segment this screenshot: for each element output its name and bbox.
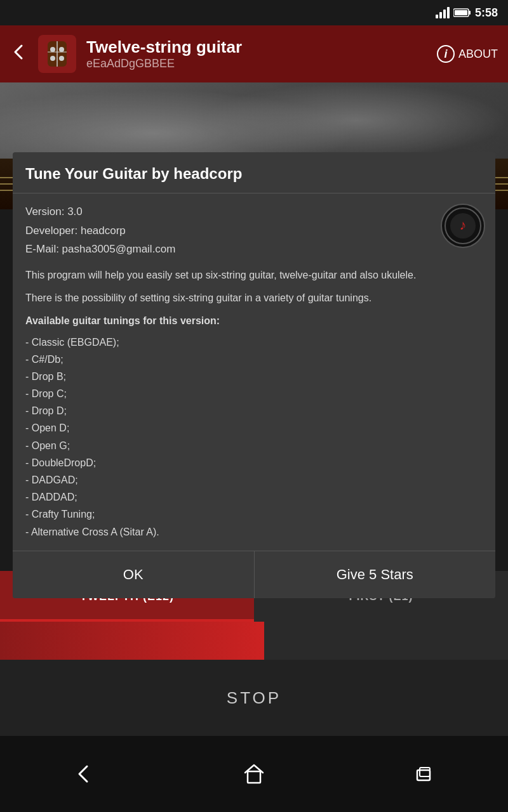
svg-point-4: [50, 47, 55, 52]
dialog-title: Tune Your Guitar by headcorp: [13, 152, 495, 193]
ok-button[interactable]: OK: [13, 551, 255, 598]
tuning-item: - DoubleDropD;: [25, 454, 483, 471]
developer-logo: ♪: [441, 204, 485, 248]
status-icons: 5:58: [436, 6, 498, 20]
description-1: This program will help you easily set up…: [25, 268, 483, 283]
back-button[interactable]: [10, 43, 28, 65]
tuning-item: - DADGAD;: [25, 471, 483, 488]
email-text: E-Mail: pasha3005@gmail.com: [25, 241, 432, 258]
svg-rect-15: [420, 768, 430, 776]
tuning-item: - Crafty Tuning;: [25, 506, 483, 523]
dialog-body: ♪ Version: 3.0 Developer: headcorp E-Mai…: [13, 193, 495, 551]
developer-text: Developer: headcorp: [25, 223, 432, 239]
tuning-item: - Alternative Cross A (Sitar A).: [25, 523, 483, 540]
svg-rect-2: [455, 10, 467, 15]
tuning-item: - Open D;: [25, 419, 483, 436]
tuning-item: - Drop B;: [25, 368, 483, 385]
tuning-item: - Open G;: [25, 437, 483, 454]
nav-recents-button[interactable]: [412, 763, 435, 785]
tuning-item: - Drop C;: [25, 385, 483, 402]
status-time: 5:58: [475, 6, 498, 20]
signal-icon: [436, 7, 450, 18]
tuning-list: - Classic (EBGDAE);- C#/Db;- Drop B;- Dr…: [25, 334, 483, 540]
toolbar-subtitle: eEaAdDgGBBEE: [86, 57, 437, 70]
info-icon: i: [437, 45, 455, 63]
app-icon: [38, 35, 76, 73]
svg-point-7: [59, 56, 64, 61]
version-text: Version: 3.0: [25, 204, 432, 220]
nav-home-button[interactable]: [243, 763, 265, 785]
tuning-item: - Drop D;: [25, 402, 483, 419]
svg-rect-13: [248, 771, 260, 783]
nav-back-button[interactable]: [73, 763, 96, 785]
stop-button[interactable]: STOP: [227, 688, 281, 708]
tunings-header: Available guitar tunings for this versio…: [25, 313, 483, 329]
give-stars-button[interactable]: Give 5 Stars: [255, 551, 496, 598]
navigation-bar: [0, 736, 508, 812]
dialog-buttons: OK Give 5 Stars: [13, 551, 495, 598]
status-bar: 5:58: [0, 0, 508, 25]
description-2: There is the possibility of setting six-…: [25, 291, 483, 306]
about-button[interactable]: i ABOUT: [437, 45, 498, 63]
tuning-progress: [0, 622, 508, 660]
toolbar: Twelve-string guitar eEaAdDgGBBEE i ABOU…: [0, 25, 508, 82]
toolbar-title: Twelve-string guitar: [86, 37, 437, 57]
stop-area: STOP: [0, 660, 508, 736]
about-label: ABOUT: [458, 48, 498, 61]
svg-text:♪: ♪: [460, 217, 467, 233]
tuning-item: - DADDAD;: [25, 488, 483, 506]
svg-point-6: [50, 56, 55, 61]
version-info: Version: 3.0 Developer: headcorp E-Mail:…: [25, 204, 483, 258]
toolbar-text: Twelve-string guitar eEaAdDgGBBEE: [86, 37, 437, 70]
tuning-item: - C#/Db;: [25, 351, 483, 368]
tuning-item: - Classic (EBGDAE);: [25, 334, 483, 351]
battery-icon: [453, 8, 471, 18]
about-dialog: Tune Your Guitar by headcorp ♪ Version: …: [13, 152, 495, 598]
svg-rect-1: [469, 11, 471, 15]
svg-point-5: [59, 47, 64, 52]
progress-fill: [0, 622, 264, 660]
